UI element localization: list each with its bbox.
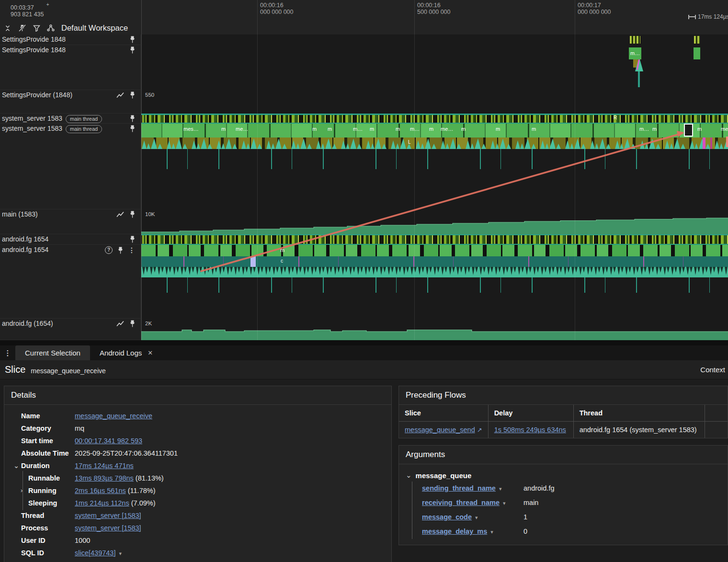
- thread-state-track-canvas[interactable]: R: [141, 114, 728, 124]
- line-chart-icon[interactable]: [116, 92, 125, 98]
- track-label-androidfg-1[interactable]: android.fg 1654: [0, 234, 141, 245]
- ruler-mark: 00:00:17000 000 000: [575, 2, 611, 15]
- argument-value: 0: [523, 527, 527, 537]
- detail-value: system_server [1583]: [75, 511, 391, 520]
- pin-icon[interactable]: [130, 125, 135, 132]
- slice[interactable]: [703, 138, 705, 149]
- filter-tracks-button[interactable]: [32, 23, 41, 33]
- flow-delay-link[interactable]: 1s 508ms 249µs 634ns: [494, 426, 566, 434]
- slice-lane[interactable]: c: [141, 256, 728, 267]
- detail-value-percent: (81.13%): [134, 474, 164, 482]
- detail-value-link[interactable]: 1ms 214µs 112ns: [75, 499, 129, 507]
- track-label-main-counter[interactable]: main (1583): [0, 209, 141, 234]
- counter-track-canvas[interactable]: 10K: [141, 209, 728, 234]
- pin-icon[interactable]: [130, 320, 135, 327]
- detail-value-link[interactable]: slice[439743]: [75, 549, 115, 557]
- chevron-right-icon[interactable]: ›: [21, 486, 23, 495]
- main-thread-badge: main thread: [66, 115, 102, 123]
- detail-value-link[interactable]: 17ms 124µs 471ns: [75, 462, 134, 470]
- track-label-settingsprovider-counter[interactable]: SettingsProvider (1848): [0, 90, 141, 114]
- detail-value: 00:00:17.341 982 593: [75, 436, 391, 446]
- track-label-androidfg-2[interactable]: android.fg 1654 ? ⋮: [0, 245, 141, 319]
- track-canvas[interactable]: [141, 34, 728, 45]
- detail-value-link[interactable]: 2ms 16µs 561ns: [75, 487, 126, 494]
- slice-track-canvas[interactable]: mes…mme…mmm…mmm…mme…mmmm…mmme L: [141, 124, 728, 209]
- time-ruler[interactable]: 00:03:37+ 903 821 435 00:00:16000 000 00…: [0, 0, 728, 22]
- argument-key-link[interactable]: sending_thread_name: [422, 484, 496, 492]
- collapse-all-tracks-button[interactable]: [3, 23, 12, 33]
- arguments-tree: ⌄ message_queue sending_thread_name▾andr…: [399, 464, 728, 545]
- argument-key-link[interactable]: message_code: [422, 513, 472, 521]
- slice[interactable]: m…: [629, 47, 641, 59]
- line-chart-icon[interactable]: [116, 321, 125, 327]
- slice[interactable]: [694, 47, 700, 59]
- counter-track-canvas[interactable]: 2K: [141, 319, 728, 340]
- argument-group[interactable]: ⌄ message_queue: [399, 468, 728, 482]
- track-label-settingsprovide-2[interactable]: SettingsProvide 1848: [0, 45, 141, 90]
- chevron-down-icon[interactable]: ⌄: [13, 461, 19, 470]
- dropdown-caret-icon[interactable]: ▾: [119, 551, 122, 556]
- argument-key-link[interactable]: message_delay_ms: [422, 528, 487, 535]
- tab-current-selection[interactable]: Current Selection: [15, 345, 90, 360]
- remove-pins-button[interactable]: [17, 23, 27, 33]
- argument-row: message_code▾1: [412, 510, 728, 525]
- pin-icon[interactable]: [130, 92, 135, 99]
- close-tab-icon[interactable]: ✕: [148, 349, 153, 356]
- detail-value-link[interactable]: 00:00:17.341 982 593: [75, 437, 142, 445]
- counter-area-chart: [141, 319, 728, 340]
- argument-key-link[interactable]: receiving_thread_name: [422, 499, 500, 506]
- dropdown-caret-icon[interactable]: ▾: [475, 515, 478, 520]
- track-row: android.fg 1654: [0, 234, 728, 245]
- tab-android-logs[interactable]: Android Logs ✕: [90, 345, 162, 360]
- context-button[interactable]: Context: [700, 366, 725, 374]
- pin-icon[interactable]: [130, 115, 135, 122]
- counter-track-canvas[interactable]: 550: [141, 90, 728, 114]
- chevron-down-icon[interactable]: ⌄: [406, 471, 412, 480]
- track-canvas[interactable]: m…: [141, 45, 728, 90]
- dropdown-caret-icon[interactable]: ▾: [490, 529, 493, 535]
- help-icon[interactable]: ?: [105, 246, 113, 254]
- workspace-menu-button[interactable]: [46, 23, 56, 33]
- detail-value-link[interactable]: message_queue_receive: [75, 412, 152, 420]
- line-chart-icon[interactable]: [116, 211, 125, 218]
- track-menu-icon[interactable]: ⋮: [128, 247, 135, 253]
- slice-group[interactable]: [630, 36, 640, 44]
- detail-value-link[interactable]: system_server [1583]: [75, 524, 141, 532]
- detail-label: Absolute Time: [21, 448, 75, 458]
- slice-track-canvas[interactable]: m c: [141, 245, 728, 319]
- goto-slice-icon[interactable]: ↗: [477, 426, 482, 434]
- bottom-panel: ⋮ Current Selection Android Logs ✕ Slice…: [0, 340, 728, 562]
- track-label-androidfg-counter[interactable]: android.fg (1654): [0, 319, 141, 340]
- detail-value: 13ms 893µs 798ns (81.13%): [75, 473, 391, 483]
- pin-icon[interactable]: [130, 211, 135, 218]
- flow-slice-link[interactable]: message_queue_send: [405, 426, 475, 434]
- track-label-system-server-1[interactable]: system_server 1583 main thread: [0, 114, 141, 124]
- slice-label: me…: [441, 126, 453, 132]
- selected-slice[interactable]: [684, 124, 693, 137]
- pin-icon[interactable]: [130, 36, 135, 43]
- slice[interactable]: [710, 138, 712, 149]
- slice[interactable]: [250, 256, 256, 267]
- workspace-name[interactable]: Default Workspace: [61, 23, 128, 33]
- slice-group[interactable]: [694, 36, 700, 44]
- tab-menu-icon[interactable]: ⋮: [0, 345, 15, 360]
- panel-drag-handle[interactable]: [0, 340, 728, 345]
- thread-state-bar[interactable]: [141, 114, 728, 124]
- arguments-title: Arguments: [399, 446, 728, 464]
- track-label-settingsprovide-1[interactable]: SettingsProvide 1848: [0, 34, 141, 45]
- counter-scale-label: 2K: [145, 321, 152, 326]
- pin-icon[interactable]: [130, 236, 135, 243]
- dropdown-caret-icon[interactable]: ▾: [503, 500, 506, 506]
- detail-value-link[interactable]: system_server [1583]: [75, 512, 141, 519]
- track-label-system-server-2[interactable]: system_server 1583 main thread: [0, 124, 141, 209]
- detail-value-link[interactable]: 13ms 893µs 798ns: [75, 474, 134, 482]
- thread-state-track-canvas[interactable]: [141, 234, 728, 245]
- slice[interactable]: [726, 137, 728, 147]
- pin-icon[interactable]: [130, 46, 135, 54]
- slice-lane[interactable]: L: [141, 138, 728, 149]
- pin-icon[interactable]: [118, 247, 123, 254]
- flame-pattern: [141, 267, 728, 277]
- dropdown-caret-icon[interactable]: ▾: [499, 486, 502, 492]
- thread-state-bar[interactable]: [141, 234, 728, 245]
- slice-lane[interactable]: [141, 245, 728, 256]
